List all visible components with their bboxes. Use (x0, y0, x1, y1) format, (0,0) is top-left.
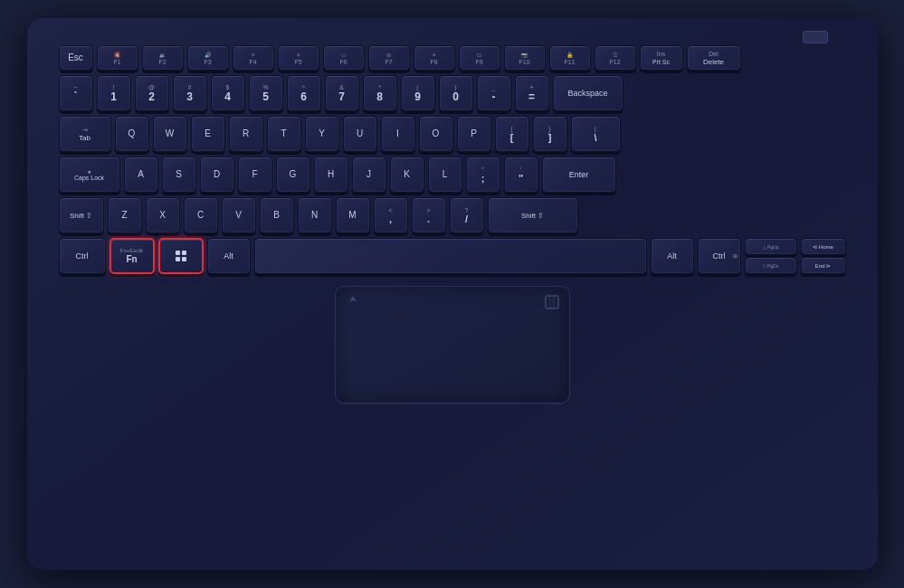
key-ctrl-left[interactable]: Ctrl (59, 238, 106, 274)
key-capslock[interactable]: ● Caps Lock (59, 156, 120, 193)
key-win[interactable] (158, 238, 204, 274)
key-minus[interactable]: _ - (477, 75, 511, 111)
key-shift-left[interactable]: Shift ⇧ (59, 197, 104, 233)
touchpad-left-icon (345, 294, 361, 314)
key-f6[interactable]: ▭ F6 (323, 45, 365, 71)
key-equals[interactable]: + = (515, 75, 549, 111)
key-a[interactable]: A (124, 156, 158, 193)
key-backtick[interactable]: ~ ` (59, 75, 93, 111)
key-f10[interactable]: 📷 F10 (504, 45, 546, 71)
key-p[interactable]: P (457, 116, 491, 152)
number-row: ~ ` ! 1 @ 2 # 3 $ 4 % 5 (59, 75, 846, 111)
key-f5[interactable]: ☀ F5 (278, 45, 319, 71)
laptop-body: Esc 🔇 F1 🔉 F2 🔊 F3 ☀ F4 ☀ F5 (27, 18, 878, 570)
windows-icon (176, 251, 186, 261)
key-h[interactable]: H (314, 156, 348, 193)
key-v[interactable]: V (222, 197, 256, 233)
key-1[interactable]: ! 1 (97, 75, 131, 111)
touchpad[interactable] (335, 286, 570, 403)
key-g[interactable]: G (276, 156, 310, 193)
key-c[interactable]: C (184, 197, 218, 233)
key-f9[interactable]: ⊡ F9 (459, 45, 500, 71)
key-end[interactable]: End ⊳ (801, 257, 846, 274)
key-7[interactable]: & 7 (325, 75, 359, 111)
key-f4[interactable]: ☀ F4 (233, 45, 274, 71)
arrow-bottom-row: ▽ PgDn (745, 257, 797, 274)
zxcv-row: Shift ⇧ Z X C V B N M < , > . ? / Shift … (59, 197, 846, 233)
key-comma[interactable]: < , (374, 197, 408, 233)
svg-rect-0 (546, 296, 558, 308)
key-tab[interactable]: ⇥ Tab (59, 116, 111, 152)
key-s[interactable]: S (162, 156, 196, 193)
key-4[interactable]: $ 4 (211, 75, 245, 111)
arrow-cluster: △ PgUp ▽ PgDn (745, 238, 797, 274)
key-z[interactable]: Z (108, 197, 142, 233)
key-home[interactable]: ⊲ Home (801, 238, 846, 255)
key-b[interactable]: B (260, 197, 294, 233)
key-u[interactable]: U (343, 116, 377, 152)
key-f1[interactable]: 🔇 F1 (97, 45, 138, 71)
arrow-top-row: △ PgUp (745, 238, 797, 255)
key-lbracket[interactable]: { [ (495, 116, 529, 152)
key-9[interactable]: ( 9 (401, 75, 435, 111)
key-backspace[interactable]: Backspace (553, 75, 623, 111)
key-f3[interactable]: 🔊 F3 (187, 45, 229, 71)
touchpad-container (59, 286, 846, 403)
key-2[interactable]: @ 2 (135, 75, 169, 111)
bottom-row: Ctrl Fn+Esc⊕ Fn Alt Alt ⊞ Ctrl (59, 238, 846, 274)
key-o[interactable]: O (419, 116, 453, 152)
key-8[interactable]: * 8 (363, 75, 397, 111)
key-f11[interactable]: 🔒 F11 (549, 45, 591, 71)
key-y[interactable]: Y (305, 116, 339, 152)
key-m[interactable]: M (336, 197, 370, 233)
key-space[interactable] (254, 238, 647, 274)
key-i[interactable]: I (381, 116, 415, 152)
key-e[interactable]: E (191, 116, 225, 152)
asdf-row: ● Caps Lock A S D F G H J K L " ; ' " En… (59, 156, 846, 193)
key-5[interactable]: % 5 (249, 75, 283, 111)
key-f[interactable]: F (238, 156, 272, 193)
key-slash[interactable]: ? / (450, 197, 484, 233)
home-end-cluster: ⊲ Home End ⊳ (801, 238, 846, 274)
key-enter[interactable]: Enter (542, 156, 616, 193)
key-semicolon[interactable]: " ; (466, 156, 500, 193)
qwerty-row: ⇥ Tab Q W E R T Y U I O P { [ } ] | \ (59, 116, 846, 152)
key-alt-left[interactable]: Alt (207, 238, 251, 274)
key-f7[interactable]: ⊞ F7 (368, 45, 410, 71)
power-button[interactable] (803, 31, 828, 43)
function-row: Esc 🔇 F1 🔉 F2 🔊 F3 ☀ F4 ☀ F5 (59, 45, 846, 71)
key-pgup[interactable]: △ PgUp (745, 238, 797, 255)
key-f8[interactable]: ✈ F8 (414, 45, 455, 71)
key-k[interactable]: K (390, 156, 424, 193)
key-6[interactable]: ^ 6 (287, 75, 321, 111)
key-0[interactable]: ) 0 (439, 75, 473, 111)
key-delete[interactable]: Del Delete (687, 45, 741, 71)
key-3[interactable]: # 3 (173, 75, 207, 111)
key-alt-right[interactable]: Alt (651, 238, 694, 274)
touchpad-right-icon (544, 294, 560, 314)
key-pgdn[interactable]: ▽ PgDn (745, 257, 797, 274)
key-x[interactable]: X (146, 197, 180, 233)
key-ctrl-right[interactable]: ⊞ Ctrl (698, 238, 741, 274)
keyboard-area: Esc 🔇 F1 🔉 F2 🔊 F3 ☀ F4 ☀ F5 (59, 45, 846, 516)
key-n[interactable]: N (298, 197, 332, 233)
key-l[interactable]: L (428, 156, 462, 193)
key-fn[interactable]: Fn+Esc⊕ Fn (109, 238, 155, 274)
key-backslash[interactable]: | \ (571, 116, 621, 152)
key-j[interactable]: J (352, 156, 386, 193)
key-f12[interactable]: ☰ F12 (595, 45, 636, 71)
key-r[interactable]: R (229, 116, 263, 152)
key-shift-right[interactable]: Shift ⇧ (488, 197, 578, 233)
key-esc[interactable]: Esc (59, 45, 93, 71)
key-t[interactable]: T (267, 116, 301, 152)
key-q[interactable]: Q (115, 116, 149, 152)
key-w[interactable]: W (153, 116, 187, 152)
key-rbracket[interactable]: } ] (533, 116, 567, 152)
key-prtsc[interactable]: Ins Prt Sc (640, 45, 683, 71)
key-quote[interactable]: ' " (504, 156, 538, 193)
key-period[interactable]: > . (412, 197, 446, 233)
key-f2[interactable]: 🔉 F2 (142, 45, 184, 71)
key-d[interactable]: D (200, 156, 234, 193)
